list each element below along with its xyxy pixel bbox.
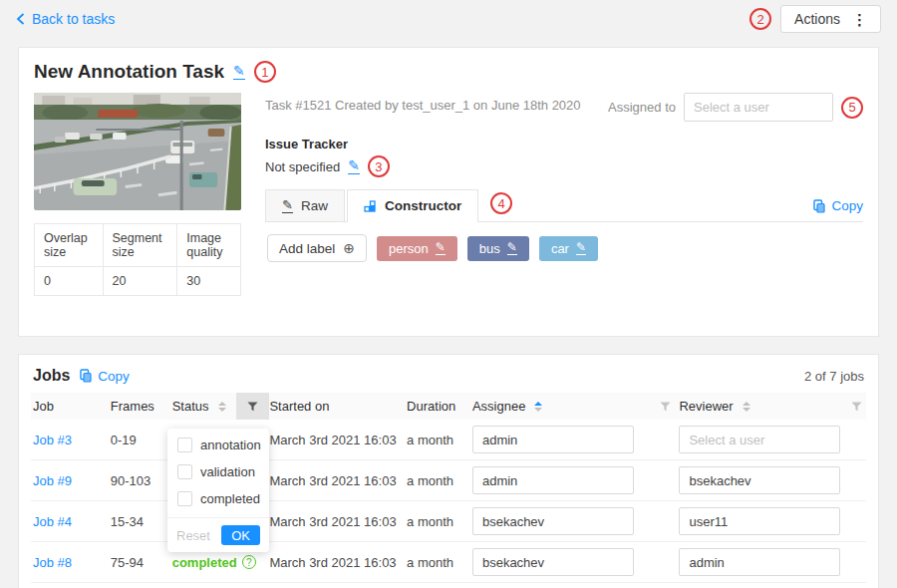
task-details-card: New Annotation Task ✎ 1 bbox=[18, 47, 879, 337]
plus-circle-icon: ⊕ bbox=[343, 240, 355, 256]
checkbox-icon[interactable] bbox=[177, 491, 192, 506]
col-header-frames: Frames bbox=[111, 399, 172, 414]
tab-constructor-label: Constructor bbox=[385, 198, 461, 213]
col-header-job: Job bbox=[31, 399, 111, 414]
status-filter-button[interactable] bbox=[236, 393, 270, 420]
job-assignee-input[interactable] bbox=[472, 426, 634, 453]
job-assignee-input[interactable] bbox=[472, 507, 634, 535]
job-reviewer-input[interactable] bbox=[679, 507, 840, 535]
back-to-tasks-label: Back to tasks bbox=[32, 11, 115, 27]
label-chip-person-name: person bbox=[389, 241, 429, 256]
job-reviewer-input[interactable] bbox=[679, 548, 840, 576]
add-label-button[interactable]: Add label ⊕ bbox=[267, 234, 367, 262]
issue-tracker-value: Not specified bbox=[265, 159, 340, 174]
job-duration: a month bbox=[407, 473, 472, 488]
filter-ok-button[interactable]: OK bbox=[221, 525, 260, 545]
actions-button[interactable]: Actions ⋮ bbox=[780, 5, 881, 33]
label-chip-person[interactable]: person ✎ bbox=[377, 236, 457, 261]
labels-tabs: ✎ Raw Constructor 4 bbox=[265, 189, 863, 222]
task-title: New Annotation Task bbox=[34, 61, 224, 83]
col-header-assignee-label: Assignee bbox=[472, 399, 525, 414]
col-header-started: Started on bbox=[269, 399, 407, 414]
table-row: Job #3 0-19 March 3rd 2021 16:03 a month bbox=[31, 420, 866, 460]
edit-pencil-icon: ✎ bbox=[282, 198, 293, 213]
job-frames: 90-103 bbox=[111, 473, 172, 488]
assignee-filter-button[interactable] bbox=[652, 402, 680, 412]
tab-raw[interactable]: ✎ Raw bbox=[265, 189, 345, 221]
back-to-tasks-link[interactable]: Back to tasks bbox=[16, 11, 115, 27]
edit-pencil-icon[interactable]: ✎ bbox=[436, 241, 446, 255]
tab-raw-label: Raw bbox=[301, 198, 328, 213]
labels-copy-label: Copy bbox=[831, 198, 863, 213]
job-link[interactable]: Job #3 bbox=[33, 433, 72, 447]
reviewer-filter-button[interactable] bbox=[844, 402, 866, 412]
job-assignee-input[interactable] bbox=[472, 548, 634, 576]
filter-option-completed[interactable]: completed bbox=[167, 485, 269, 512]
param-value-overlap: 0 bbox=[35, 267, 104, 296]
issue-tracker-label: Issue Tracker bbox=[265, 137, 863, 151]
param-value-segment: 20 bbox=[103, 267, 177, 296]
job-link[interactable]: Job #4 bbox=[33, 514, 72, 529]
col-header-reviewer[interactable]: Reviewer bbox=[679, 399, 844, 414]
job-assignee-input[interactable] bbox=[472, 466, 634, 494]
col-header-status[interactable]: Status bbox=[172, 399, 236, 414]
job-link[interactable]: Job #9 bbox=[33, 473, 72, 488]
label-constructor-panel: Add label ⊕ person ✎ bus ✎ car ✎ bbox=[265, 222, 863, 274]
filter-option-label: annotation bbox=[200, 438, 261, 452]
tab-constructor[interactable]: Constructor bbox=[347, 189, 478, 222]
checkbox-icon[interactable] bbox=[177, 464, 192, 479]
label-chip-car[interactable]: car ✎ bbox=[539, 236, 598, 261]
question-circle-icon[interactable]: ? bbox=[242, 555, 256, 569]
filter-funnel-icon bbox=[247, 402, 258, 412]
edit-pencil-icon[interactable]: ✎ bbox=[576, 241, 586, 255]
label-chip-bus[interactable]: bus ✎ bbox=[467, 236, 529, 261]
filter-option-annotation[interactable]: annotation bbox=[167, 429, 269, 458]
status-filter-dropdown: annotation validation completed Reset OK bbox=[167, 429, 269, 552]
jobs-table-header: Job Frames Status Started on Duration As… bbox=[31, 393, 866, 420]
more-vertical-icon: ⋮ bbox=[852, 12, 867, 27]
col-header-assignee[interactable]: Assignee bbox=[472, 399, 652, 414]
assignee-sort-icon[interactable] bbox=[534, 402, 542, 412]
checkbox-icon[interactable] bbox=[177, 438, 192, 452]
job-reviewer-input[interactable] bbox=[679, 466, 840, 494]
job-status: completed ? bbox=[172, 555, 282, 570]
table-row: Job #4 15-34 March 3rd 2021 16:03 a mont… bbox=[31, 501, 866, 542]
col-header-status-label: Status bbox=[172, 399, 209, 414]
filter-option-label: validation bbox=[200, 464, 255, 479]
jobs-count: 2 of 7 jobs bbox=[804, 369, 864, 384]
task-preview-image bbox=[34, 93, 241, 210]
add-label-text: Add label bbox=[279, 241, 335, 256]
job-started: March 3rd 2021 16:03 bbox=[269, 433, 407, 447]
reviewer-sort-icon[interactable] bbox=[743, 402, 750, 412]
edit-task-name-icon[interactable]: ✎ bbox=[233, 64, 245, 80]
filter-option-label: completed bbox=[200, 491, 260, 506]
annotation-circle-3: 3 bbox=[368, 155, 390, 177]
labels-copy-link[interactable]: Copy bbox=[813, 198, 863, 213]
job-started: March 3rd 2021 16:03 bbox=[269, 555, 407, 570]
top-bar: Back to tasks 2 Actions ⋮ bbox=[0, 0, 897, 38]
job-started: March 3rd 2021 16:03 bbox=[269, 473, 407, 488]
table-row: Job #8 75-94 completed ? March 3rd 2021 … bbox=[31, 542, 866, 583]
filter-reset-button[interactable]: Reset bbox=[176, 528, 210, 543]
edit-issue-tracker-icon[interactable]: ✎ bbox=[348, 158, 360, 174]
filter-funnel-icon bbox=[851, 402, 862, 412]
job-frames: 15-34 bbox=[111, 514, 172, 529]
param-value-quality: 30 bbox=[177, 267, 241, 296]
job-link[interactable]: Job #8 bbox=[33, 555, 72, 570]
annotation-circle-5: 5 bbox=[841, 97, 863, 119]
jobs-copy-link[interactable]: Copy bbox=[80, 369, 130, 384]
edit-pencil-icon[interactable]: ✎ bbox=[507, 241, 517, 255]
job-reviewer-input[interactable] bbox=[679, 426, 840, 453]
task-assignee-input[interactable] bbox=[684, 93, 833, 122]
job-duration: a month bbox=[407, 555, 472, 570]
filter-option-validation[interactable]: validation bbox=[167, 458, 269, 485]
param-header-quality: Image quality bbox=[177, 224, 241, 267]
job-status-text: completed bbox=[172, 555, 237, 570]
status-sort-icon[interactable] bbox=[218, 402, 226, 412]
param-header-segment: Segment size bbox=[103, 224, 177, 267]
filter-funnel-icon bbox=[660, 402, 671, 412]
annotation-circle-4: 4 bbox=[490, 192, 512, 214]
param-header-overlap: Overlap size bbox=[35, 224, 104, 267]
assigned-to-label: Assigned to bbox=[608, 100, 676, 115]
copy-icon bbox=[80, 369, 92, 383]
